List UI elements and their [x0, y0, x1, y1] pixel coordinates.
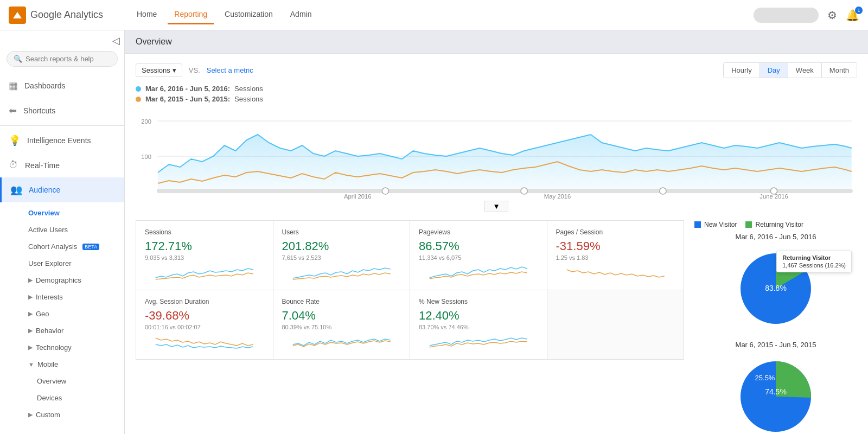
submenu-label: Overview — [28, 209, 60, 217]
pie-section: New Visitor Returning Visitor Mar 6, 201… — [684, 221, 857, 434]
metric-title: Avg. Session Duration — [145, 298, 264, 305]
range-handle-middle[interactable] — [521, 188, 527, 194]
metric-label: Sessions — [142, 66, 170, 74]
collapse-button[interactable]: ◁ — [112, 35, 120, 47]
metric-card-users: Users 201.82% 7,615 vs 2,523 — [273, 220, 411, 290]
metric-title: Users — [282, 228, 401, 236]
sidebar-item-label: Shortcuts — [23, 106, 55, 115]
blue-area — [158, 135, 852, 192]
svg-text:100: 100 — [141, 154, 151, 160]
metric-value: -31.59% — [556, 239, 675, 253]
pie-legend: New Visitor Returning Visitor — [694, 221, 857, 228]
notification-area[interactable]: 🔔 1 — [846, 9, 859, 22]
metric-compare: 80.39% vs 75.10% — [282, 324, 401, 330]
submenu-label: Behavior — [36, 327, 63, 335]
range-selector[interactable] — [157, 189, 853, 193]
settings-icon[interactable]: ⚙ — [827, 9, 837, 22]
submenu-mobile-overview[interactable]: Overview — [30, 373, 124, 390]
nav-customization[interactable]: Customization — [218, 5, 279, 24]
select-metric-link[interactable]: Select a metric — [207, 66, 253, 74]
submenu-label: Technology — [36, 343, 72, 352]
sparkline-new-sessions — [419, 334, 538, 350]
time-btn-week[interactable]: Week — [788, 63, 822, 78]
metric-value: 201.82% — [282, 239, 401, 253]
submenu-user-explorer[interactable]: User Explorer — [22, 255, 124, 272]
submenu-mobile[interactable]: ▼ Mobile — [22, 356, 124, 373]
submenu-overview[interactable]: Overview — [22, 205, 124, 221]
submenu-technology[interactable]: ▶ Technology — [22, 339, 124, 356]
sidebar-item-realtime[interactable]: ⏱ Real-Time — [0, 153, 124, 177]
submenu-mobile-devices[interactable]: Devices — [30, 390, 124, 406]
chart-legend: Mar 6, 2016 - Jun 5, 2016: Sessions Mar … — [136, 85, 857, 103]
submenu-label: Interests — [36, 293, 63, 301]
submenu-geo[interactable]: ▶ Geo — [22, 305, 124, 322]
sidebar-section-main: ▦ Dashboards ⬅ Shortcuts 💡 Intelligence … — [0, 71, 124, 205]
sidebar-item-label: Intelligence Events — [27, 136, 91, 145]
range-handle-left[interactable] — [382, 188, 388, 194]
submenu-label: Geo — [36, 310, 49, 318]
time-btn-month[interactable]: Month — [822, 63, 857, 78]
sidebar-item-audience[interactable]: 👥 Audience — [0, 177, 124, 202]
metric-compare: 9,035 vs 3,313 — [145, 254, 264, 261]
legend-returning-visitor: Returning Visitor — [745, 221, 803, 228]
submenu-custom[interactable]: ▶ Custom — [22, 406, 124, 423]
submenu-label: Devices — [37, 394, 62, 402]
submenu-behavior[interactable]: ▶ Behavior — [22, 322, 124, 339]
sessions-dropdown[interactable]: Sessions ▾ — [136, 63, 182, 77]
app-name: Google Analytics — [30, 9, 103, 21]
legend-dot-prev — [136, 97, 141, 102]
legend-date-current: Mar 6, 2016 - Jun 5, 2016: — [145, 85, 230, 93]
sidebar-divider-1 — [0, 125, 124, 126]
metric-card-avg-duration: Avg. Session Duration -39.68% 00:01:16 v… — [136, 290, 273, 360]
svg-text:83.8%: 83.8% — [765, 284, 787, 292]
submenu-label: Overview — [37, 377, 66, 385]
main-layout: ◁ 🔍 ▦ Dashboards ⬅ Shortcuts 💡 Intellige… — [0, 30, 868, 434]
sidebar-item-dashboards[interactable]: ▦ Dashboards — [0, 73, 124, 98]
nav-reporting[interactable]: Reporting — [168, 5, 214, 24]
metric-title: Pages / Session — [556, 228, 675, 236]
svg-text:May 2016: May 2016 — [544, 193, 571, 200]
pie-wrapper-2016: 83.8% Returning Visitor 1,467 Sessions (… — [694, 245, 857, 332]
range-handle-right3[interactable] — [770, 188, 777, 194]
page-title: Overview — [125, 30, 868, 54]
submenu-interests[interactable]: ▶ Interests — [22, 289, 124, 305]
search-box[interactable]: 🔍 — [7, 51, 118, 67]
range-expand-button[interactable]: ▼ — [484, 201, 508, 212]
submenu-demographics[interactable]: ▶ Demographics — [22, 272, 124, 289]
pie-tooltip-2016: Returning Visitor 1,467 Sessions (16.2%) — [776, 251, 852, 272]
range-expand-area: ▼ — [136, 201, 857, 212]
returning-visitor-label: Returning Visitor — [755, 221, 803, 228]
metrics-grid-wrapper: Sessions 172.71% 9,035 vs 3,313 Users 20… — [136, 221, 684, 434]
search-input[interactable] — [25, 55, 111, 63]
sidebar-item-label: Audience — [29, 186, 60, 194]
submenu-cohort-analysis[interactable]: Cohort Analysis BETA — [22, 238, 124, 255]
tooltip-title: Returning Visitor — [782, 254, 846, 261]
nav-home[interactable]: Home — [130, 5, 163, 24]
intelligence-icon: 💡 — [9, 135, 21, 146]
submenu-label: Active Users — [28, 226, 68, 234]
metric-card-pages-session: Pages / Session -31.59% 1.25 vs 1.83 — [547, 220, 685, 290]
metric-title: Pageviews — [419, 228, 538, 236]
svg-text:74.5%: 74.5% — [765, 387, 787, 396]
notification-badge: 1 — [855, 7, 863, 14]
legend-dot-current — [136, 86, 141, 92]
range-handle-right2[interactable] — [660, 188, 666, 194]
chart-container[interactable]: 200 100 — [136, 107, 857, 200]
submenu-label: Demographics — [36, 276, 81, 284]
metric-compare: 7,615 vs 2,523 — [282, 254, 401, 261]
sidebar-item-intelligence[interactable]: 💡 Intelligence Events — [0, 128, 124, 153]
sparkline-avg-duration — [145, 334, 264, 350]
chart-area: Sessions ▾ VS. Select a metric Hourly Da… — [125, 54, 868, 221]
returning-visitor-dot — [745, 221, 752, 228]
sidebar-item-shortcuts[interactable]: ⬅ Shortcuts — [0, 98, 124, 123]
nav-admin[interactable]: Admin — [284, 5, 318, 24]
metric-card-pageviews: Pageviews 86.57% 11,334 vs 6,075 — [410, 220, 547, 290]
metric-value: 172.71% — [145, 239, 264, 253]
submenu-active-users[interactable]: Active Users — [22, 221, 124, 238]
submenu-label: Custom — [36, 411, 60, 419]
time-btn-day[interactable]: Day — [760, 63, 788, 78]
metric-value: 7.04% — [282, 309, 401, 323]
time-btn-hourly[interactable]: Hourly — [724, 63, 760, 78]
beta-badge: BETA — [82, 244, 99, 250]
submenu-label: Mobile — [37, 360, 58, 368]
